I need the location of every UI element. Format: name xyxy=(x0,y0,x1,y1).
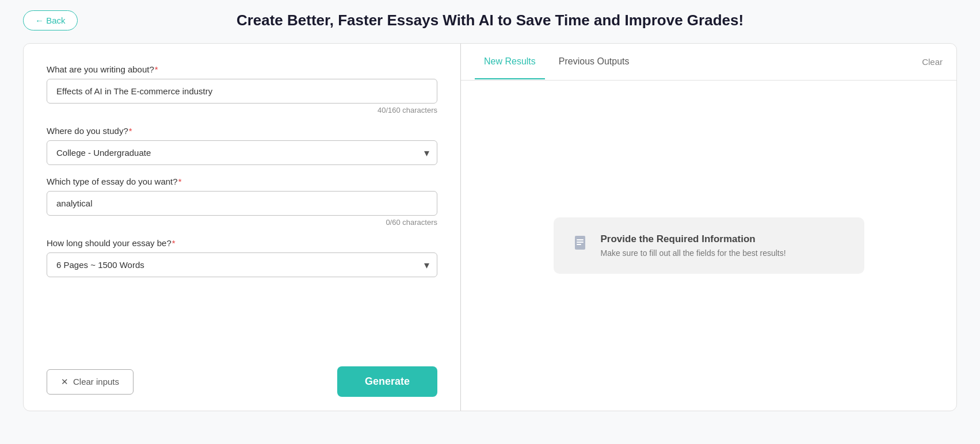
info-card-subtitle: Make sure to fill out all the fields for… xyxy=(601,248,786,258)
page-wrapper: ← Back Create Better, Faster Essays With… xyxy=(0,0,980,444)
tab-previous-outputs[interactable]: Previous Outputs xyxy=(550,45,639,79)
length-select-wrapper: 1 Page ~ 250 Words 2 Pages ~ 500 Words 3… xyxy=(47,252,437,277)
tab-new-results[interactable]: New Results xyxy=(475,45,545,79)
essay-type-label: Which type of essay do you want?* xyxy=(47,177,437,186)
svg-rect-3 xyxy=(577,244,581,245)
document-icon xyxy=(572,235,590,257)
bottom-actions: ✕ Clear inputs Generate xyxy=(47,355,437,397)
info-card-title: Provide the Required Information xyxy=(601,234,786,245)
length-select[interactable]: 1 Page ~ 250 Words 2 Pages ~ 500 Words 3… xyxy=(47,252,437,277)
required-star: * xyxy=(155,64,158,74)
topic-input[interactable] xyxy=(47,79,437,104)
topic-char-count: 40/160 characters xyxy=(47,106,437,114)
topic-label: What are you writing about?* xyxy=(47,64,437,74)
right-body: Provide the Required Information Make su… xyxy=(461,81,956,411)
svg-rect-1 xyxy=(577,239,584,240)
left-panel: What are you writing about?* 40/160 char… xyxy=(24,44,461,411)
info-text-block: Provide the Required Information Make su… xyxy=(601,234,786,258)
study-select-wrapper: High School College - Undergraduate Coll… xyxy=(47,140,437,165)
generate-button[interactable]: Generate xyxy=(337,366,437,397)
top-bar: ← Back Create Better, Faster Essays With… xyxy=(23,12,957,29)
length-field-group: How long should your essay be?* 1 Page ~… xyxy=(47,238,437,277)
required-star-length: * xyxy=(172,238,176,248)
study-label: Where do you study?* xyxy=(47,126,437,136)
main-content: What are you writing about?* 40/160 char… xyxy=(23,43,957,411)
length-label: How long should your essay be?* xyxy=(47,238,437,248)
essay-type-char-count: 0/60 characters xyxy=(47,218,437,227)
study-select[interactable]: High School College - Undergraduate Coll… xyxy=(47,140,437,165)
right-panel: New Results Previous Outputs Clear xyxy=(461,44,956,411)
x-icon: ✕ xyxy=(61,377,68,387)
tabs-bar: New Results Previous Outputs Clear xyxy=(461,44,956,81)
topic-field-group: What are you writing about?* 40/160 char… xyxy=(47,64,437,114)
essay-type-field-group: Which type of essay do you want?* 0/60 c… xyxy=(47,177,437,227)
study-field-group: Where do you study?* High School College… xyxy=(47,126,437,165)
required-star-study: * xyxy=(129,126,132,136)
svg-rect-2 xyxy=(577,242,584,243)
required-star-essay: * xyxy=(178,177,182,186)
info-card: Provide the Required Information Make su… xyxy=(554,217,864,274)
clear-results-button[interactable]: Clear xyxy=(922,57,943,67)
page-title: Create Better, Faster Essays With AI to … xyxy=(237,12,743,29)
essay-type-input[interactable] xyxy=(47,191,437,216)
clear-inputs-button[interactable]: ✕ Clear inputs xyxy=(47,369,134,395)
back-button[interactable]: ← Back xyxy=(23,10,78,30)
